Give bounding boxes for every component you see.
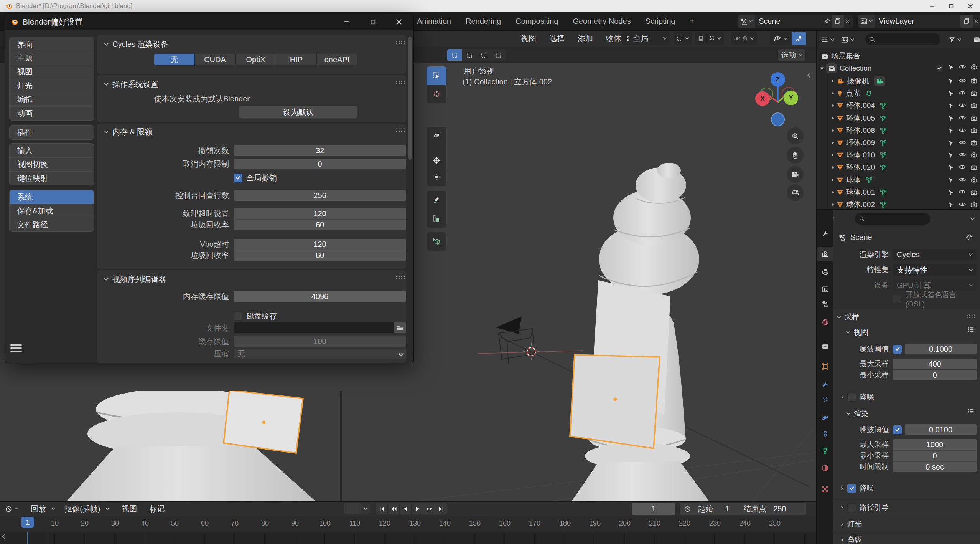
outliner-filter-dropdown[interactable] <box>946 33 964 46</box>
viewlayer-remove-icon[interactable] <box>974 19 978 23</box>
nav-lights[interactable]: 灯光 <box>10 79 94 93</box>
closeup-viewport-scene[interactable] <box>0 388 341 502</box>
path-guiding-row[interactable]: 路径引导 <box>841 503 889 513</box>
outliner-row-mesh[interactable]: 球体.002 <box>817 199 980 209</box>
outliner-row-scene-collection[interactable]: 场景集合 <box>817 50 980 62</box>
nav-navigation[interactable]: 视图切换 <box>10 157 94 171</box>
disclosure-icon[interactable] <box>831 190 835 194</box>
outliner-row-mesh[interactable]: 环体.009 <box>817 137 980 149</box>
auto-keying-record-button[interactable] <box>344 503 361 514</box>
disclosure-icon[interactable] <box>831 116 835 120</box>
nav-input[interactable]: 输入 <box>10 144 94 157</box>
tool-select-box-button[interactable] <box>427 66 446 85</box>
render-visibility-icon[interactable] <box>971 202 977 207</box>
nav-viewport[interactable]: 视图 <box>10 65 94 79</box>
tab-physics[interactable] <box>817 410 833 425</box>
advanced-panel-row[interactable]: 高级 <box>841 535 862 544</box>
jump-to-start-button[interactable] <box>376 503 388 514</box>
undo-steps-field[interactable]: 32 <box>234 145 406 156</box>
tool-annotate-button[interactable] <box>427 191 446 209</box>
sampling-render-header[interactable]: 渲染 <box>846 409 868 419</box>
hide-eye-icon[interactable] <box>959 91 966 95</box>
hide-eye-icon[interactable] <box>959 152 966 157</box>
current-frame-field[interactable]: 1 <box>632 503 675 515</box>
memory-section-header[interactable]: 内存 & 限额 <box>104 127 152 137</box>
select-lasso-button[interactable] <box>491 49 506 61</box>
noise-threshold-field[interactable]: 0.0100 <box>905 424 977 435</box>
vbo-gc-field[interactable]: 60 <box>234 250 406 261</box>
noise-threshold-checkbox[interactable] <box>893 425 902 434</box>
preset-menu-icon[interactable] <box>967 327 974 332</box>
osl-checkbox[interactable] <box>893 295 902 304</box>
render-visibility-icon[interactable] <box>971 116 977 121</box>
render-denoise-row[interactable]: 降噪 <box>841 483 874 493</box>
selected-plane-object[interactable] <box>570 355 660 448</box>
timeline-ruler[interactable]: 1 10 20 30 40 50 60 70 80 90 100 110 120… <box>0 516 816 532</box>
disclosure-icon[interactable] <box>831 79 835 83</box>
disclosure-icon[interactable] <box>831 153 835 157</box>
disclosure-icon[interactable] <box>831 203 835 207</box>
workspace-tab-scripting[interactable]: Scripting <box>645 15 676 28</box>
pin-icon[interactable] <box>824 18 830 24</box>
outliner-row-mesh[interactable]: 环体.004 <box>817 100 980 111</box>
selectable-icon[interactable] <box>948 165 954 170</box>
outliner-row-collection[interactable]: Collection <box>817 63 980 74</box>
select-box-button[interactable] <box>462 49 476 61</box>
collection-exclude-checkbox[interactable] <box>936 64 943 72</box>
selectable-icon[interactable] <box>948 64 954 70</box>
workspace-tab-compositing[interactable]: Compositing <box>515 15 559 28</box>
viewport-denoise-row[interactable]: 降噪 <box>841 392 874 402</box>
disclosure-icon[interactable] <box>831 129 835 132</box>
select-circle-button[interactable] <box>476 49 491 61</box>
timeline-menu-keying[interactable]: 抠像(插帧) <box>62 502 102 516</box>
prefs-close-button[interactable] <box>391 14 407 30</box>
viewlayer-browse-button[interactable] <box>858 15 875 28</box>
device-dropdown[interactable]: GPU 计算 <box>893 279 977 291</box>
min-samples-field[interactable]: 0 <box>893 450 977 461</box>
scene-name[interactable]: Scene <box>755 17 784 26</box>
feature-set-dropdown[interactable]: 支持特性 <box>893 264 977 276</box>
tool-measure-button[interactable] <box>427 209 446 228</box>
texture-timeout-field[interactable]: 120 <box>234 208 406 219</box>
tab-tool[interactable] <box>817 226 833 241</box>
snap-with-icon[interactable] <box>709 35 715 41</box>
pin-icon[interactable] <box>966 234 972 240</box>
pan-view-button[interactable] <box>787 147 804 164</box>
outliner-row-mesh[interactable]: 环体.005 <box>817 112 980 124</box>
jump-to-end-button[interactable] <box>435 503 447 514</box>
disk-cache-checkbox[interactable] <box>234 312 242 321</box>
lights-panel-row[interactable]: 灯光 <box>841 519 862 529</box>
texture-gc-field[interactable]: 60 <box>234 219 406 230</box>
outliner-row-mesh[interactable]: 球体 <box>817 174 980 186</box>
gizmo-y-axis[interactable]: Y <box>784 91 798 105</box>
render-visibility-icon[interactable] <box>971 152 977 158</box>
tool-transform-button[interactable] <box>427 168 446 186</box>
disclosure-open-icon[interactable] <box>820 66 824 70</box>
render-visibility-icon[interactable] <box>971 140 977 146</box>
tab-view-layer[interactable] <box>817 282 833 296</box>
min-samples-field[interactable]: 0 <box>893 370 977 380</box>
breadcrumb-label[interactable]: Scene <box>850 233 872 242</box>
render-visibility-icon[interactable] <box>971 190 977 195</box>
tab-object[interactable] <box>817 359 833 374</box>
stopwatch-icon[interactable] <box>684 506 691 512</box>
hide-eye-icon[interactable] <box>959 64 966 69</box>
perspective-toggle-button[interactable] <box>787 184 804 201</box>
disclosure-icon[interactable] <box>831 141 835 145</box>
panel-grip-icon[interactable] <box>966 314 976 318</box>
magnet-icon[interactable] <box>698 36 704 41</box>
cycles-section-header[interactable]: Cycles 渲染设备 <box>104 39 168 50</box>
timeline-menu-marker[interactable]: 标记 <box>147 502 167 516</box>
undo-memory-field[interactable]: 0 <box>234 159 406 169</box>
sampling-viewport-header[interactable]: 视图 <box>846 327 868 337</box>
disclosure-icon[interactable] <box>831 91 835 95</box>
tab-constraints[interactable] <box>817 426 833 441</box>
chevron-down-icon[interactable] <box>970 217 975 220</box>
selectable-icon[interactable] <box>948 116 954 121</box>
viewport-menu-view[interactable]: 视图 <box>519 32 539 45</box>
playhead-line[interactable] <box>27 532 28 544</box>
selectable-icon[interactable] <box>948 91 954 96</box>
tab-texture[interactable] <box>817 482 833 496</box>
hide-eye-icon[interactable] <box>959 190 966 194</box>
hide-eye-icon[interactable] <box>959 165 966 169</box>
